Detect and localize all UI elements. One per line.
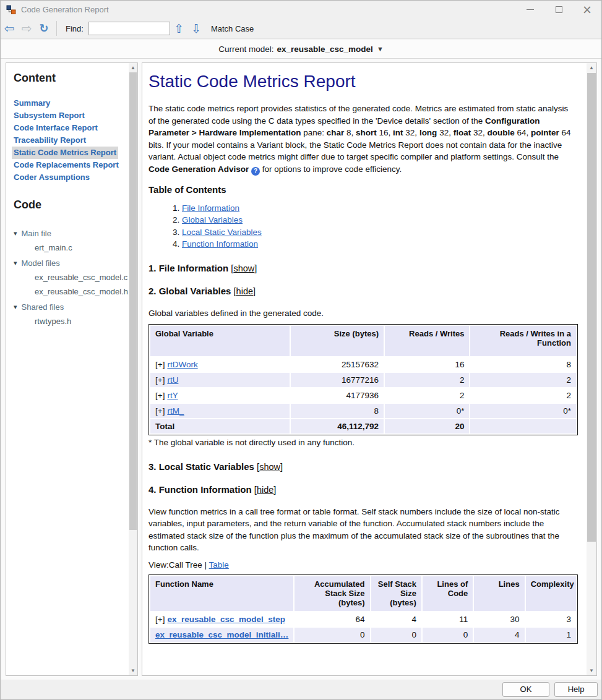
current-model-label: Current model: xyxy=(218,45,273,54)
toggle-show-file-information[interactable]: show xyxy=(233,263,254,273)
toggle-hide-global-variables[interactable]: hide xyxy=(236,286,253,296)
title-bar: Code Generation Report × xyxy=(1,1,601,19)
close-icon: × xyxy=(582,4,592,15)
refresh-button[interactable]: ↻ xyxy=(35,22,53,35)
simulink-report-icon xyxy=(6,5,16,15)
toolbar-separator xyxy=(56,21,57,36)
match-case-toggle[interactable]: Match Case xyxy=(211,24,254,33)
maximize-icon xyxy=(556,6,562,13)
expand-icon[interactable]: [+] xyxy=(155,391,165,400)
column-header: Global Variable xyxy=(150,326,290,356)
sidebar-code-heading: Code xyxy=(14,198,124,211)
column-header: Size (bytes) xyxy=(291,326,384,356)
tree-node-model-files[interactable]: ▾ Model files xyxy=(14,256,124,270)
model-dropdown-icon[interactable]: ▼ xyxy=(377,45,384,53)
toc-link-global-variables[interactable]: Global Variables xyxy=(182,215,243,224)
code-generation-report-window: Code Generation Report × ⇦ ⇨ ↻ Find: ⇧ ⇩… xyxy=(0,0,602,700)
help-button[interactable]: Help xyxy=(554,682,598,697)
table-row: [+]rtDWork 25157632 16 8 xyxy=(150,357,576,372)
function-link-initialize[interactable]: ex_reusable_csc_model_initiali… xyxy=(155,630,288,639)
variable-link-rtu[interactable]: rtU xyxy=(167,375,178,385)
sidebar-scrollbar[interactable]: ▲ ▼ xyxy=(129,63,137,675)
help-icon[interactable]: ? xyxy=(251,167,260,176)
tree-leaf-ert-main-c[interactable]: ert_main.c xyxy=(14,241,124,255)
sidebar-item-code-interface-report[interactable]: Code Interface Report xyxy=(14,123,98,132)
variable-link-rtdwork[interactable]: rtDWork xyxy=(167,360,197,369)
column-header: Reads / Writes xyxy=(385,326,469,356)
close-button[interactable]: × xyxy=(573,1,601,19)
tree-group-model-files: ▾ Model files ex_reusable_csc_model.c ex… xyxy=(14,256,124,299)
find-input[interactable] xyxy=(88,22,170,35)
toggle-show-local-static-variables[interactable]: show xyxy=(259,462,280,472)
tree-node-main-file[interactable]: ▾ Main file xyxy=(14,226,124,241)
expand-icon[interactable]: [+] xyxy=(155,375,165,385)
tree-node-shared-files[interactable]: ▾ Shared files xyxy=(14,300,124,314)
sidebar-item-summary[interactable]: Summary xyxy=(14,98,50,108)
section-heading-local-static-variables: 3. Local Static Variables [show] xyxy=(148,461,572,472)
expand-icon[interactable]: [+] xyxy=(155,406,165,416)
workspace: Content Summary Subsystem Report Code In… xyxy=(1,59,601,681)
tree-node-label: Main file xyxy=(22,226,51,241)
toc-link-function-information[interactable]: Function Information xyxy=(182,239,258,249)
table-row: [+]rtU 16777216 2 2 xyxy=(150,373,576,387)
column-header: Lines of Code xyxy=(423,576,473,611)
minimize-icon xyxy=(527,9,534,10)
table-header-row: Function Name Accumulated Stack Size (by… xyxy=(150,576,576,611)
content-sidebar: Content Summary Subsystem Report Code In… xyxy=(6,62,138,676)
scroll-up-icon[interactable]: ▲ xyxy=(587,63,596,72)
toc-heading: Table of Contents xyxy=(148,184,572,195)
column-header: Reads / Writes in a Function xyxy=(470,326,576,356)
tree-leaf-rtwtypes-h[interactable]: rtwtypes.h xyxy=(14,314,124,328)
ok-button[interactable]: OK xyxy=(502,682,549,697)
sidebar-item-code-replacements-report[interactable]: Code Replacements Report xyxy=(14,160,119,169)
function-information-description: View function metrics in a call tree for… xyxy=(148,506,572,554)
tree-leaf-model-h[interactable]: ex_reusable_csc_model.h xyxy=(14,284,124,299)
collapse-caret-icon: ▾ xyxy=(14,300,17,314)
toggle-hide-function-information[interactable]: hide xyxy=(257,485,273,495)
view-table-link[interactable]: Table xyxy=(209,560,229,570)
tree-group-main-file: ▾ Main file ert_main.c xyxy=(14,226,124,255)
find-next-button[interactable]: ⇩ xyxy=(187,22,205,35)
tree-group-shared-files: ▾ Shared files rtwtypes.h xyxy=(14,300,124,328)
report-panel: Static Code Metrics Report The static co… xyxy=(142,62,597,676)
toc-link-file-information[interactable]: File Information xyxy=(182,203,239,213)
scroll-down-icon[interactable]: ▼ xyxy=(129,666,137,675)
sidebar-item-static-code-metrics-report[interactable]: Static Code Metrics Report xyxy=(12,147,118,159)
scrollbar-thumb[interactable] xyxy=(587,73,596,542)
expand-icon[interactable]: [+] xyxy=(155,360,165,369)
global-variables-table: Global Variable Size (bytes) Reads / Wri… xyxy=(148,324,578,435)
section-heading-global-variables: 2. Global Variables [hide] xyxy=(148,286,572,296)
sidebar-item-subsystem-report[interactable]: Subsystem Report xyxy=(14,111,85,120)
table-of-contents: 1. File Information 2. Global Variables … xyxy=(148,202,572,250)
toc-item: 1. File Information xyxy=(148,202,572,215)
toc-item: 4. Function Information xyxy=(148,238,572,250)
variable-link-rty[interactable]: rtY xyxy=(167,391,178,400)
find-previous-button[interactable]: ⇧ xyxy=(170,22,187,35)
collapse-caret-icon: ▾ xyxy=(14,256,17,270)
sidebar-item-coder-assumptions[interactable]: Coder Assumptions xyxy=(14,173,90,182)
forward-button[interactable]: ⇨ xyxy=(18,22,35,35)
sidebar-item-traceability-report[interactable]: Traceability Report xyxy=(14,135,86,145)
view-switcher: View:Call Tree | Table xyxy=(148,560,572,570)
tree-node-label: Model files xyxy=(22,256,60,270)
scroll-down-icon[interactable]: ▼ xyxy=(587,666,596,675)
toc-item: 3. Local Static Variables xyxy=(148,226,572,239)
back-button[interactable]: ⇦ xyxy=(1,22,18,35)
variable-link-rtm[interactable]: rtM_ xyxy=(167,406,184,416)
window-controls: × xyxy=(516,1,601,19)
maximize-button[interactable] xyxy=(544,1,573,19)
report-scrollbar[interactable]: ▲ ▼ xyxy=(587,63,596,675)
toc-link-local-static-variables[interactable]: Local Static Variables xyxy=(182,228,262,237)
table-row: [+]rtY 4177936 2 2 xyxy=(150,388,576,403)
intro-paragraph: The static code metrics report provides … xyxy=(148,103,572,176)
scroll-up-icon[interactable]: ▲ xyxy=(129,63,137,72)
column-header: Lines xyxy=(474,576,524,611)
expand-icon[interactable]: [+] xyxy=(155,615,165,624)
page-title: Static Code Metrics Report xyxy=(148,72,572,92)
minimize-button[interactable] xyxy=(516,1,544,19)
function-link-step[interactable]: ex_reusable_csc_model_step xyxy=(167,615,285,624)
scrollbar-thumb[interactable] xyxy=(129,72,137,530)
toolbar: ⇦ ⇨ ↻ Find: ⇧ ⇩ Match Case xyxy=(1,19,601,39)
view-label: View:Call Tree xyxy=(148,560,202,570)
tree-leaf-model-c[interactable]: ex_reusable_csc_model.c xyxy=(14,270,124,284)
